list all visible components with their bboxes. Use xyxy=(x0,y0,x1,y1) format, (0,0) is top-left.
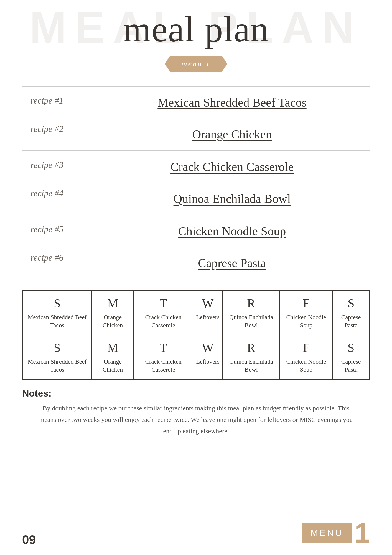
day-letter: M xyxy=(95,341,130,355)
day-meal: Mexican Shredded Beef Tacos xyxy=(28,358,87,373)
calendar-section: SMexican Shredded Beef TacosMOrange Chic… xyxy=(22,290,370,380)
recipe-group-1: recipe #1 recipe #2 Mexican Shredded Bee… xyxy=(22,87,370,151)
week2-day3: TCrack Chicken Casserole xyxy=(134,335,193,379)
footer-menu-label: MENU xyxy=(310,528,343,538)
day-meal: Chicken Noodle Soup xyxy=(286,358,326,373)
week1-day4: WLeftovers xyxy=(193,291,222,335)
banner-shape: menu 1 xyxy=(165,56,227,72)
recipe-labels-3-4: recipe #3 recipe #4 xyxy=(22,151,94,215)
week2-day6: FChicken Noodle Soup xyxy=(280,335,332,379)
recipe-names-5-6: Chicken Noodle Soup Caprese Pasta xyxy=(94,215,370,279)
week2-day4: WLeftovers xyxy=(193,335,222,379)
recipe-labels-1-2: recipe #1 recipe #2 xyxy=(22,87,94,150)
day-meal: Orange Chicken xyxy=(103,358,123,373)
footer-menu-bg: MENU xyxy=(302,523,352,543)
day-meal: Crack Chicken Casserole xyxy=(145,358,181,373)
day-meal: Leftovers xyxy=(196,358,219,365)
week1-day2: MOrange Chicken xyxy=(92,291,133,335)
recipe-label-1: recipe #1 xyxy=(22,87,94,115)
footer-menu-number: 1 xyxy=(354,519,370,547)
day-meal: Orange Chicken xyxy=(103,314,123,329)
page-number: 09 xyxy=(22,533,36,547)
week1-day6: FChicken Noodle Soup xyxy=(280,291,332,335)
day-letter: R xyxy=(226,296,277,311)
day-letter: S xyxy=(335,296,366,311)
day-letter: S xyxy=(335,341,366,355)
day-meal: Crack Chicken Casserole xyxy=(145,314,181,329)
recipe-label-6: recipe #6 xyxy=(22,243,94,272)
week2-day5: RQuinoa Enchilada Bowl xyxy=(223,335,280,379)
day-meal: Mexican Shredded Beef Tacos xyxy=(28,314,87,329)
recipe-labels-5-6: recipe #5 recipe #6 xyxy=(22,215,94,279)
notes-section: Notes: By doubling each recipe we purcha… xyxy=(22,388,370,437)
recipe-name-6: Caprese Pasta xyxy=(94,247,370,279)
recipe-label-3: recipe #3 xyxy=(22,151,94,179)
week2-day7: SCaprese Pasta xyxy=(332,335,370,379)
notes-title: Notes: xyxy=(22,388,370,399)
recipe-names-1-2: Mexican Shredded Beef Tacos Orange Chick… xyxy=(94,87,370,150)
day-letter: R xyxy=(226,341,277,355)
week2-day2: MOrange Chicken xyxy=(92,335,133,379)
week1-day7: SCaprese Pasta xyxy=(332,291,370,335)
footer: 09 MENU 1 xyxy=(0,519,392,547)
recipe-name-4: Quinoa Enchilada Bowl xyxy=(94,183,370,215)
day-meal: Caprese Pasta xyxy=(341,358,361,373)
banner-text: menu 1 xyxy=(181,59,211,68)
recipe-label-4: recipe #4 xyxy=(22,179,94,207)
script-title: meal plan xyxy=(17,11,375,47)
recipe-label-2: recipe #2 xyxy=(22,115,94,143)
day-meal: Leftovers xyxy=(196,314,219,321)
day-letter: M xyxy=(95,296,130,311)
header: MEAL PLAN meal plan xyxy=(0,0,392,53)
day-letter: S xyxy=(26,296,89,311)
menu-banner: menu 1 xyxy=(0,56,392,72)
recipe-name-2: Orange Chicken xyxy=(94,118,370,150)
recipe-name-3: Crack Chicken Casserole xyxy=(94,151,370,183)
week1-day5: RQuinoa Enchilada Bowl xyxy=(223,291,280,335)
day-meal: Quinoa Enchilada Bowl xyxy=(229,314,273,329)
day-letter: S xyxy=(26,341,89,355)
recipe-name-1: Mexican Shredded Beef Tacos xyxy=(94,87,370,118)
week1-day1: SMexican Shredded Beef Tacos xyxy=(22,291,92,335)
day-letter: W xyxy=(196,296,219,311)
calendar-table: SMexican Shredded Beef TacosMOrange Chic… xyxy=(22,290,370,380)
recipe-names-3-4: Crack Chicken Casserole Quinoa Enchilada… xyxy=(94,151,370,215)
recipe-label-5: recipe #5 xyxy=(22,215,94,243)
recipe-name-5: Chicken Noodle Soup xyxy=(94,215,370,247)
day-letter: F xyxy=(283,341,329,355)
recipe-section: recipe #1 recipe #2 Mexican Shredded Bee… xyxy=(22,86,370,279)
notes-body: By doubling each recipe we purchase simi… xyxy=(22,403,370,437)
day-meal: Caprese Pasta xyxy=(341,314,361,329)
week1-day3: TCrack Chicken Casserole xyxy=(134,291,193,335)
day-meal: Quinoa Enchilada Bowl xyxy=(229,358,273,373)
day-meal: Chicken Noodle Soup xyxy=(286,314,326,329)
recipe-group-3: recipe #5 recipe #6 Chicken Noodle Soup … xyxy=(22,215,370,279)
day-letter: F xyxy=(283,296,329,311)
footer-menu-badge: MENU 1 xyxy=(302,519,370,547)
week2-day1: SMexican Shredded Beef Tacos xyxy=(22,335,92,379)
day-letter: T xyxy=(137,296,190,311)
recipe-group-2: recipe #3 recipe #4 Crack Chicken Casser… xyxy=(22,151,370,215)
day-letter: T xyxy=(137,341,190,355)
day-letter: W xyxy=(196,341,219,355)
